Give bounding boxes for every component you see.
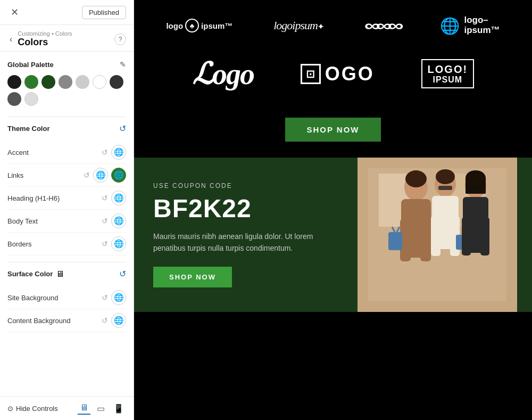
content-background-globe[interactable]: 🌐 (111, 313, 126, 328)
borders-label: Borders (7, 240, 32, 248)
swatch-1[interactable] (7, 75, 21, 89)
links-row: Links ↺ 🌐 🌐 (7, 164, 126, 187)
content-background-label: Content Background (7, 317, 71, 325)
svg-rect-9 (388, 232, 402, 250)
right-preview: logo ♣ ipsum™ logoipsum✦ ∞∞∞ 🌐 logo– ips… (134, 0, 532, 420)
borders-globe[interactable]: 🌐 (111, 236, 126, 251)
coupon-description: Mauris mauris nibh aenean ligula dolor. … (153, 230, 338, 254)
preview-cta-section: SHOP NOW (134, 107, 532, 158)
accent-globe[interactable]: 🌐 (111, 145, 126, 160)
panel-breadcrumb: ‹ Customizing • Colors Colors ? (0, 25, 134, 52)
borders-reset[interactable]: ↺ (102, 240, 108, 248)
site-background-reset[interactable]: ↺ (102, 293, 108, 302)
surface-color-header: Surface Color 🖥 ↺ (7, 269, 126, 279)
body-text-label: Body Text (7, 217, 38, 225)
coupon-code: BF2K22 (153, 194, 338, 223)
site-background-controls: ↺ 🌐 (102, 290, 126, 305)
heading-label: Heading (H1-H6) (7, 194, 60, 202)
content-background-reset[interactable]: ↺ (102, 316, 108, 325)
coupon-label: USE COUPON CODE (153, 182, 338, 190)
theme-color-header: Theme Color ↺ (7, 123, 126, 134)
theme-color-reset[interactable]: ↺ (119, 123, 126, 134)
svg-rect-22 (480, 217, 489, 256)
global-palette-title: Global Palette (7, 61, 54, 69)
site-background-globe[interactable]: 🌐 (111, 290, 126, 305)
coupon-shop-button[interactable]: SHOP NOW (153, 267, 232, 287)
swatch-5[interactable] (76, 75, 89, 89)
help-button[interactable]: ? (114, 34, 126, 45)
links-controls: ↺ 🌐 🌐 (84, 168, 126, 183)
links-reset[interactable]: ↺ (84, 171, 90, 179)
logo-4-globe-icon: 🌐 (440, 17, 460, 35)
accent-controls: ↺ 🌐 (102, 145, 126, 160)
device-desktop-button[interactable]: 🖥 (78, 402, 90, 415)
surface-title-wrap: Surface Color 🖥 (7, 269, 64, 279)
swatch-9[interactable] (24, 92, 38, 106)
logo-3: ∞∞∞ (364, 13, 400, 38)
logo-2-text: logoipsum (273, 19, 318, 32)
svg-point-8 (405, 170, 427, 187)
accent-reset[interactable]: ↺ (102, 148, 108, 157)
logo-big-text: ℒogo (192, 57, 254, 90)
links-globe-inactive[interactable]: 🌐 (93, 168, 108, 183)
logo-1-suffix: ipsum™ (201, 21, 232, 30)
divider-2 (7, 262, 126, 262)
logo-1-text: logo (166, 21, 183, 30)
swatch-2[interactable] (24, 75, 38, 89)
surface-color-reset[interactable]: ↺ (119, 269, 126, 279)
svg-rect-7 (420, 219, 431, 261)
heading-globe[interactable]: 🌐 (111, 191, 126, 205)
panel-bottom: ⊙ Hide Controls 🖥 ▭ 📱 (0, 396, 134, 420)
edit-palette-button[interactable]: ✎ (120, 60, 126, 69)
surface-color-title: Surface Color (7, 270, 53, 278)
accent-row: Accent ↺ 🌐 (7, 141, 126, 164)
content-background-controls: ↺ 🌐 (102, 313, 126, 328)
logo-2: logoipsum✦ (273, 19, 323, 32)
heading-row: Heading (H1-H6) ↺ 🌐 (7, 187, 126, 210)
swatch-8[interactable] (7, 92, 21, 106)
links-label: Links (7, 171, 23, 179)
swatch-3[interactable] (41, 75, 55, 89)
logo-4-text2: ipsum™ (464, 26, 500, 36)
global-palette-header: Global Palette ✎ (7, 60, 126, 69)
heading-reset[interactable]: ↺ (102, 194, 108, 202)
logo-1-icon: ♣ (185, 19, 199, 32)
svg-rect-17 (438, 186, 452, 190)
logo-big-cursive: ℒogo (192, 56, 254, 91)
published-button[interactable]: Published (82, 6, 126, 19)
left-panel: ✕ Published ‹ Customizing • Colors Color… (0, 0, 134, 420)
device-buttons: 🖥 ▭ 📱 (78, 402, 126, 415)
links-globe-active[interactable]: 🌐 (111, 168, 126, 183)
logo-3-text: ∞∞∞ (364, 17, 400, 35)
logo-stacked-line2: IPSUM (428, 75, 468, 85)
divider-1 (7, 117, 126, 117)
heading-controls: ↺ 🌐 (102, 191, 126, 205)
hide-icon: ⊙ (7, 405, 13, 413)
body-text-controls: ↺ 🌐 (102, 213, 126, 228)
body-text-globe[interactable]: 🌐 (111, 213, 126, 228)
device-tablet-button[interactable]: ▭ (95, 402, 107, 415)
coupon-text-area: USE COUPON CODE BF2K22 Mauris mauris nib… (134, 158, 358, 312)
back-button[interactable]: ‹ (7, 34, 14, 45)
body-text-reset[interactable]: ↺ (102, 217, 108, 225)
shop-now-button-1[interactable]: SHOP NOW (285, 118, 380, 142)
logo-box-text: OGO (325, 63, 375, 85)
logo-box: ⊡ OGO (301, 63, 375, 85)
accent-label: Accent (7, 149, 29, 157)
close-button[interactable]: ✕ (7, 5, 22, 19)
preview-logos-row2: ℒogo ⊡ OGO LOGO! IPSUM (134, 51, 532, 107)
swatch-6[interactable] (93, 75, 106, 89)
swatch-4[interactable] (59, 75, 72, 89)
swatch-7[interactable] (110, 75, 123, 89)
preview-logos-top: logo ♣ ipsum™ logoipsum✦ ∞∞∞ 🌐 logo– ips… (134, 0, 532, 51)
svg-point-16 (436, 169, 455, 184)
hide-controls-button[interactable]: ⊙ Hide Controls (7, 405, 58, 413)
borders-row: Borders ↺ 🌐 (7, 233, 126, 256)
device-mobile-button[interactable]: 📱 (111, 402, 126, 415)
logo-stacked: LOGO! IPSUM (421, 59, 475, 89)
monitor-icon: 🖥 (56, 269, 64, 279)
logo-1: logo ♣ ipsum™ (166, 19, 232, 32)
page-title: Colors (18, 37, 72, 48)
content-background-row: Content Background ↺ 🌐 (7, 309, 126, 332)
coupon-image (358, 158, 517, 312)
